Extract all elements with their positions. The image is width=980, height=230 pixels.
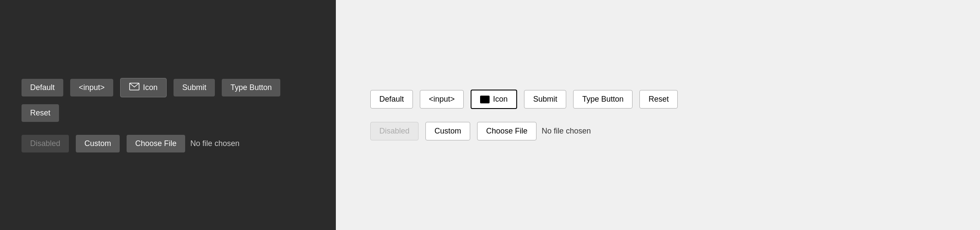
light-submit-label: Submit <box>533 95 557 104</box>
light-panel: Default <input> Icon Submit Type Button … <box>336 0 980 230</box>
dark-choose-file-button[interactable]: Choose File <box>127 135 185 152</box>
dark-no-file-label: No file chosen <box>190 139 239 148</box>
light-disabled-button: Disabled <box>370 122 419 140</box>
light-reset-label: Reset <box>648 95 669 104</box>
light-row-1: Default <input> Icon Submit Type Button … <box>370 90 946 109</box>
dark-icon-button[interactable]: Icon <box>120 78 167 97</box>
light-icon-label: Icon <box>493 95 508 104</box>
light-choose-file-label: Choose File <box>486 127 527 135</box>
light-type-button[interactable]: Type Button <box>573 90 633 109</box>
square-icon <box>480 96 490 103</box>
light-input-label: <input> <box>429 95 455 104</box>
dark-row-1: Default <input> Icon Submit Type Button … <box>22 78 314 122</box>
light-choose-file-button[interactable]: Choose File <box>477 122 537 140</box>
light-type-button-label: Type Button <box>582 95 623 104</box>
dark-custom-label: Custom <box>84 139 111 148</box>
dark-submit-label: Submit <box>182 83 206 92</box>
dark-input-button[interactable]: <input> <box>70 79 113 96</box>
light-custom-label: Custom <box>434 127 461 136</box>
light-disabled-label: Disabled <box>379 127 409 136</box>
dark-default-button[interactable]: Default <box>22 79 63 96</box>
light-file-input-label[interactable]: Choose File No file chosen <box>477 122 591 140</box>
dark-disabled-button: Disabled <box>22 135 69 152</box>
dark-panel: Default <input> Icon Submit Type Button … <box>0 0 336 230</box>
dark-icon-label: Icon <box>143 83 158 92</box>
dark-custom-button[interactable]: Custom <box>76 135 120 152</box>
envelope-icon <box>129 83 140 93</box>
dark-type-button[interactable]: Type Button <box>222 79 280 96</box>
light-row-2: Disabled Custom Choose File No file chos… <box>370 122 946 140</box>
dark-submit-button[interactable]: Submit <box>174 79 215 96</box>
light-default-button[interactable]: Default <box>370 90 413 109</box>
dark-file-input-label[interactable]: Choose File No file chosen <box>127 135 239 152</box>
light-icon-button[interactable]: Icon <box>471 90 517 109</box>
dark-default-label: Default <box>30 83 55 92</box>
dark-type-button-label: Type Button <box>230 83 272 92</box>
light-submit-button[interactable]: Submit <box>524 90 566 109</box>
dark-reset-button[interactable]: Reset <box>22 104 59 122</box>
light-no-file-label: No file chosen <box>542 127 591 136</box>
dark-row-2: Disabled Custom Choose File No file chos… <box>22 135 314 152</box>
dark-disabled-label: Disabled <box>30 139 60 148</box>
light-reset-button[interactable]: Reset <box>639 90 678 109</box>
dark-choose-file-label: Choose File <box>135 139 177 148</box>
dark-input-label: <input> <box>79 83 105 92</box>
light-default-label: Default <box>379 95 404 104</box>
light-custom-button[interactable]: Custom <box>425 122 470 140</box>
light-input-button[interactable]: <input> <box>420 90 464 109</box>
dark-reset-label: Reset <box>30 109 50 118</box>
